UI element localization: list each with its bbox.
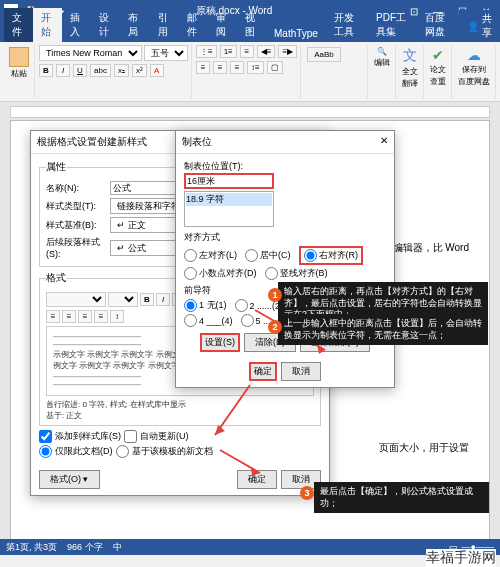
tab-view[interactable]: 视图	[237, 8, 266, 42]
indent-right-button[interactable]: ≡▶	[278, 45, 297, 58]
edit-group: 🔍编辑	[369, 45, 396, 98]
tab-file[interactable]: 文件	[4, 8, 33, 42]
add-gallery-checkbox[interactable]	[39, 430, 52, 443]
shading-button[interactable]: ▢	[267, 61, 283, 74]
auto-update-label: 自动更新(U)	[140, 430, 189, 443]
translate-group: 文全文翻译	[397, 45, 424, 98]
strikethrough-button[interactable]: abc	[90, 64, 111, 77]
font-name-select[interactable]: Times New Roman	[39, 45, 142, 61]
indent-left-button[interactable]: ◀≡	[257, 45, 276, 58]
dialog-title: 根据格式设置创建新样式	[37, 135, 147, 149]
numbering-button[interactable]: 1≡	[220, 45, 237, 58]
bold-button[interactable]: B	[140, 293, 154, 306]
tab-design[interactable]: 设计	[91, 8, 120, 42]
only-doc-radio[interactable]	[39, 445, 52, 458]
subscript-button[interactable]: x₂	[114, 64, 129, 77]
type-label: 样式类型(T):	[46, 200, 106, 213]
horizontal-ruler[interactable]	[10, 106, 490, 118]
underline-button[interactable]: U	[73, 64, 87, 77]
plagiarism-button[interactable]: ✔论文查重	[428, 45, 448, 89]
italic-button[interactable]: I	[156, 293, 170, 306]
tab-mailings[interactable]: 邮件	[179, 8, 208, 42]
share-button[interactable]: 👤共享	[459, 10, 500, 42]
callout-badge-3: 3	[300, 486, 314, 500]
italic-button[interactable]: I	[56, 64, 70, 77]
line-spacing-button[interactable]: ↕≡	[247, 61, 264, 74]
align-center-radio[interactable]: 居中(C)	[245, 246, 291, 265]
check-icon: ✔	[432, 47, 444, 63]
language-status[interactable]: 中	[113, 541, 122, 554]
styles-group: AaBb	[302, 45, 368, 98]
ribbon-tabs: 文件 开始 插入 设计 布局 引用 邮件 审阅 视图 MathType 开发工具…	[0, 22, 500, 42]
tab-baidu[interactable]: 百度网盘	[417, 8, 459, 42]
tab-pdftools[interactable]: PDF工具集	[368, 8, 417, 42]
callout-2: 上一步输入框中的距离点击【设置】后，会自动转换显示为制表位字符，无需在意这一点；	[278, 314, 488, 345]
translate-icon: 文	[403, 47, 417, 65]
baidu-group: ☁保存到百度网盘	[453, 45, 496, 98]
align-right-button[interactable]: ≡	[78, 310, 92, 323]
tab-review[interactable]: 审阅	[208, 8, 237, 42]
baidu-save-button[interactable]: ☁保存到百度网盘	[456, 45, 492, 89]
body-text-partial: 式编辑器，比 Word	[383, 241, 470, 255]
auto-update-checkbox[interactable]	[124, 430, 137, 443]
tab-mathtype[interactable]: MathType	[266, 25, 326, 42]
align-right-button[interactable]: ≡	[230, 61, 244, 74]
check-group: ✔论文查重	[425, 45, 452, 98]
word-count[interactable]: 966 个字	[67, 541, 103, 554]
paragraph-group: ⋮≡ 1≡ ≡ ◀≡ ≡▶ ≡ ≡ ≡ ↕≡ ▢	[193, 45, 301, 98]
based-label: 样式基准(B):	[46, 219, 106, 232]
tab-position-list[interactable]: 18.9 字符	[184, 191, 274, 227]
spacing-icon[interactable]: ↕	[110, 310, 124, 323]
bullets-button[interactable]: ⋮≡	[196, 45, 217, 58]
position-label: 制表位位置(T):	[184, 160, 386, 173]
tab-developer[interactable]: 开发工具	[326, 8, 368, 42]
body-text-partial: 页面大小，用于设置	[379, 441, 469, 455]
font-size-select[interactable]: 五号	[144, 45, 188, 61]
align-left-button[interactable]: ≡	[46, 310, 60, 323]
paste-button[interactable]: 粘贴	[7, 45, 31, 81]
dialog-title: 制表位	[182, 135, 212, 149]
superscript-button[interactable]: x²	[132, 64, 147, 77]
align-decimal-radio[interactable]: 小数点对齐(D)	[184, 267, 257, 280]
properties-legend: 属性	[46, 160, 66, 174]
close-icon[interactable]: ✕	[380, 135, 388, 149]
only-doc-label: 仅限此文档(D)	[55, 445, 113, 458]
align-left-button[interactable]: ≡	[196, 61, 210, 74]
align-center-button[interactable]: ≡	[62, 310, 76, 323]
share-icon: 👤	[467, 21, 479, 32]
format-font-select[interactable]	[46, 292, 106, 307]
callout-badge-1: 1	[268, 288, 282, 302]
translate-button[interactable]: 文全文翻译	[400, 45, 420, 91]
clipboard-group: 粘贴	[4, 45, 35, 98]
align-right-radio[interactable]: 右对齐(R)	[299, 246, 364, 265]
format-size-select[interactable]	[108, 292, 138, 307]
cloud-icon: ☁	[467, 47, 481, 63]
align-left-radio[interactable]: 左对齐(L)	[184, 246, 237, 265]
alignment-title: 对齐方式	[184, 231, 386, 244]
styles-gallery[interactable]: AaBb	[305, 45, 343, 64]
align-bar-radio[interactable]: 竖线对齐(B)	[265, 267, 328, 280]
font-group: Times New Roman 五号 B I U abc x₂ x² A	[36, 45, 192, 98]
callout-3: 最后点击【确定】，则公式格式设置成功；	[314, 482, 489, 513]
align-center-button[interactable]: ≡	[213, 61, 227, 74]
bold-button[interactable]: B	[39, 64, 53, 77]
multilist-button[interactable]: ≡	[240, 45, 254, 58]
ribbon: 粘贴 Times New Roman 五号 B I U abc x₂ x² A …	[0, 42, 500, 102]
edit-button[interactable]: 🔍编辑	[372, 45, 392, 70]
tab-position-input[interactable]	[184, 173, 274, 189]
template-radio[interactable]	[116, 445, 129, 458]
tab-references[interactable]: 引用	[150, 8, 179, 42]
page-status[interactable]: 第1页, 共3页	[6, 541, 57, 554]
align-justify-button[interactable]: ≡	[94, 310, 108, 323]
format-dropdown-button[interactable]: 格式(O) ▾	[39, 470, 100, 489]
callout-badge-2: 2	[268, 320, 282, 334]
tab-insert[interactable]: 插入	[62, 8, 91, 42]
font-color-button[interactable]: A	[150, 64, 164, 77]
arrow-icon	[215, 445, 275, 485]
next-label: 后续段落样式(S):	[46, 236, 106, 259]
tab-home[interactable]: 开始	[33, 8, 62, 42]
status-bar: 第1页, 共3页 966 个字 中 ▭ —●——	[0, 539, 500, 555]
paste-icon	[9, 47, 29, 67]
watermark: 幸福手游网	[426, 549, 496, 567]
tab-layout[interactable]: 布局	[120, 8, 149, 42]
